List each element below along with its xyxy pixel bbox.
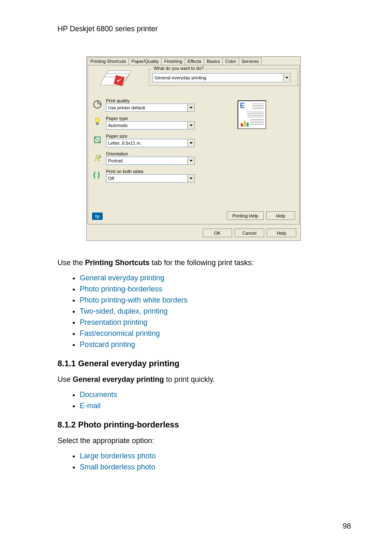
dialog-button-bar: OK Cancel Help (87, 225, 300, 240)
orientation-value: Portrait (108, 158, 122, 163)
tab-services[interactable]: Services (239, 58, 262, 65)
link-photo-white-borders[interactable]: Photo printing-with white borders (80, 296, 187, 304)
paper-type-icon (91, 116, 104, 128)
print-quality-label: Print quality (106, 98, 195, 103)
svg-point-10 (99, 141, 100, 143)
help-button[interactable]: Help (267, 229, 296, 237)
paper-size-select[interactable]: Letter, 8.5x11 in. (106, 139, 195, 147)
link-two-sided[interactable]: Two-sided, duplex, printing (80, 307, 168, 315)
tab-printing-shortcuts[interactable]: Printing Shortcuts (88, 58, 129, 65)
print-dialog-screenshot: Printing Shortcuts Paper/Quality Finishi… (86, 56, 301, 241)
intro-text: Use the Printing Shortcuts tab for the f… (58, 257, 351, 268)
print-quality-value: Use printer default (108, 105, 145, 110)
document-header: HP Deskjet 6800 series printer (58, 25, 351, 33)
intro-pre: Use the (58, 259, 85, 267)
heading-811: 8.1.1 General everyday printing (58, 359, 351, 368)
ok-button[interactable]: OK (203, 229, 232, 237)
link-small-borderless[interactable]: Small borderless photo (80, 463, 155, 471)
sec811-bold: General everyday printing (73, 375, 164, 384)
hp-logo-icon: hp (92, 213, 103, 220)
duplex-label: Print on both sides (106, 169, 195, 174)
sec811-links: Documents E-mail (58, 390, 351, 410)
tab-color[interactable]: Color (222, 58, 239, 65)
paper-type-label: Paper type (106, 116, 195, 121)
sec812-links: Large borderless photo Small borderless … (58, 452, 351, 471)
svg-point-6 (95, 118, 99, 122)
page-number: 98 (343, 522, 351, 531)
intro-bold: Printing Shortcuts (85, 259, 150, 267)
chevron-down-icon (187, 175, 194, 182)
tab-paper-quality[interactable]: Paper/Quality (129, 58, 162, 65)
print-quality-icon (91, 98, 104, 111)
svg-rect-7 (96, 122, 99, 125)
paper-size-icon (91, 134, 104, 146)
shortcut-graphic-icon: ✓ (92, 69, 141, 93)
sec811-pre: Use (58, 375, 73, 384)
tab-finishing[interactable]: Finishing (161, 58, 185, 65)
paper-type-value: Automatic (108, 123, 128, 128)
link-general-everyday[interactable]: General everyday printing (80, 274, 164, 282)
tab-panel: ✓ What do you want to do? General everyd… (88, 65, 300, 224)
sec811-post: to print quickly. (164, 375, 215, 384)
link-documents[interactable]: Documents (80, 390, 117, 399)
printing-help-button[interactable]: Printing Help (227, 211, 264, 220)
task-select[interactable]: General everyday printing (152, 73, 291, 82)
paper-size-label: Paper size (106, 134, 195, 139)
duplex-value: Off (108, 176, 114, 181)
print-quality-select[interactable]: Use printer default (106, 104, 195, 112)
orientation-icon: A (91, 151, 104, 164)
intro-post: tab for the following print tasks: (150, 259, 254, 267)
what-do-you-want-group: What do you want to do? General everyday… (149, 69, 298, 86)
orientation-select[interactable]: Portrait (106, 157, 195, 165)
tab-bar: Printing Shortcuts Paper/Quality Finishi… (87, 57, 300, 65)
cancel-button[interactable]: Cancel (235, 229, 264, 237)
paper-type-select[interactable]: Automatic (106, 121, 195, 129)
sec811-text: Use General everyday printing to print q… (58, 374, 351, 385)
link-photo-borderless[interactable]: Photo printing-borderless (80, 285, 162, 293)
svg-point-9 (95, 137, 96, 139)
group-label: What do you want to do? (152, 66, 205, 71)
sec812-text: Select the appropriate option: (58, 435, 351, 446)
chevron-down-icon (283, 74, 290, 81)
panel-help-button[interactable]: Help (266, 211, 295, 220)
duplex-icon (91, 169, 104, 181)
page-preview-icon: E (238, 100, 266, 129)
orientation-label: Orientation (106, 151, 195, 156)
tab-basics[interactable]: Basics (204, 58, 223, 65)
task-links-list: General everyday printing Photo printing… (58, 274, 351, 349)
duplex-select[interactable]: Off (106, 174, 195, 183)
link-large-borderless[interactable]: Large borderless photo (80, 452, 156, 460)
link-email[interactable]: E-mail (80, 402, 101, 410)
chevron-down-icon (187, 122, 194, 129)
chevron-down-icon (187, 104, 194, 111)
chevron-down-icon (187, 139, 194, 147)
tab-effects[interactable]: Effects (185, 58, 204, 65)
heading-812: 8.1.2 Photo printing-borderless (58, 420, 351, 430)
paper-size-value: Letter, 8.5x11 in. (108, 141, 141, 146)
chevron-down-icon (187, 157, 194, 164)
link-fast-economical[interactable]: Fast/economical printing (80, 329, 160, 337)
link-postcard[interactable]: Postcard printing (80, 340, 135, 349)
task-select-value: General everyday printing (154, 75, 206, 80)
link-presentation[interactable]: Presentation printing (80, 318, 148, 326)
